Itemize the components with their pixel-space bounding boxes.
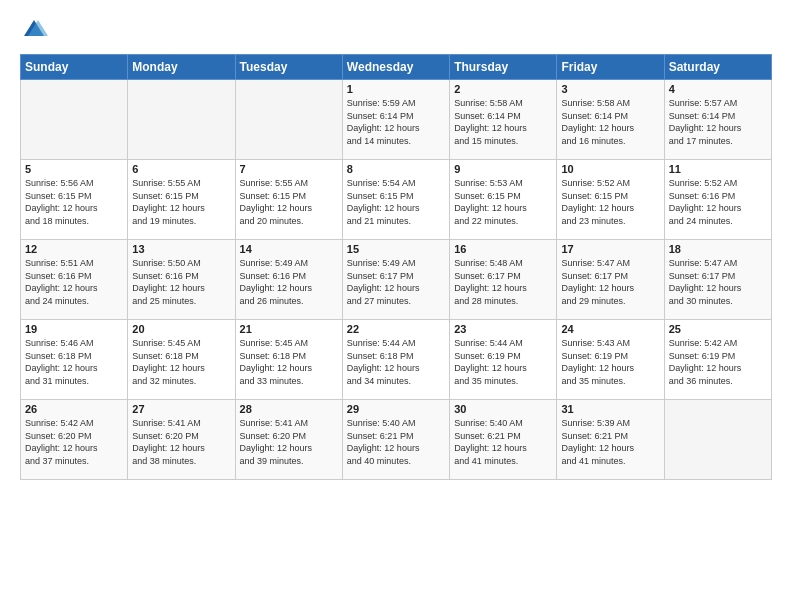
calendar-cell: 18Sunrise: 5:47 AM Sunset: 6:17 PM Dayli… <box>664 240 771 320</box>
calendar-cell: 31Sunrise: 5:39 AM Sunset: 6:21 PM Dayli… <box>557 400 664 480</box>
day-info: Sunrise: 5:58 AM Sunset: 6:14 PM Dayligh… <box>454 97 552 147</box>
day-number: 5 <box>25 163 123 175</box>
day-number: 10 <box>561 163 659 175</box>
calendar-cell <box>21 80 128 160</box>
calendar-cell: 6Sunrise: 5:55 AM Sunset: 6:15 PM Daylig… <box>128 160 235 240</box>
calendar-cell: 4Sunrise: 5:57 AM Sunset: 6:14 PM Daylig… <box>664 80 771 160</box>
calendar-week-5: 26Sunrise: 5:42 AM Sunset: 6:20 PM Dayli… <box>21 400 772 480</box>
logo <box>20 16 52 44</box>
day-number: 18 <box>669 243 767 255</box>
day-info: Sunrise: 5:48 AM Sunset: 6:17 PM Dayligh… <box>454 257 552 307</box>
day-number: 31 <box>561 403 659 415</box>
calendar-cell <box>128 80 235 160</box>
day-number: 4 <box>669 83 767 95</box>
day-info: Sunrise: 5:43 AM Sunset: 6:19 PM Dayligh… <box>561 337 659 387</box>
calendar-cell: 10Sunrise: 5:52 AM Sunset: 6:15 PM Dayli… <box>557 160 664 240</box>
calendar-cell: 29Sunrise: 5:40 AM Sunset: 6:21 PM Dayli… <box>342 400 449 480</box>
weekday-header-saturday: Saturday <box>664 55 771 80</box>
calendar-cell: 15Sunrise: 5:49 AM Sunset: 6:17 PM Dayli… <box>342 240 449 320</box>
day-number: 25 <box>669 323 767 335</box>
day-number: 27 <box>132 403 230 415</box>
day-number: 17 <box>561 243 659 255</box>
day-number: 28 <box>240 403 338 415</box>
day-number: 2 <box>454 83 552 95</box>
day-info: Sunrise: 5:54 AM Sunset: 6:15 PM Dayligh… <box>347 177 445 227</box>
calendar-cell: 25Sunrise: 5:42 AM Sunset: 6:19 PM Dayli… <box>664 320 771 400</box>
day-info: Sunrise: 5:58 AM Sunset: 6:14 PM Dayligh… <box>561 97 659 147</box>
calendar-cell: 24Sunrise: 5:43 AM Sunset: 6:19 PM Dayli… <box>557 320 664 400</box>
calendar-cell: 30Sunrise: 5:40 AM Sunset: 6:21 PM Dayli… <box>450 400 557 480</box>
weekday-header-thursday: Thursday <box>450 55 557 80</box>
day-info: Sunrise: 5:47 AM Sunset: 6:17 PM Dayligh… <box>669 257 767 307</box>
day-info: Sunrise: 5:46 AM Sunset: 6:18 PM Dayligh… <box>25 337 123 387</box>
day-info: Sunrise: 5:47 AM Sunset: 6:17 PM Dayligh… <box>561 257 659 307</box>
calendar-week-4: 19Sunrise: 5:46 AM Sunset: 6:18 PM Dayli… <box>21 320 772 400</box>
day-number: 16 <box>454 243 552 255</box>
day-number: 30 <box>454 403 552 415</box>
day-info: Sunrise: 5:45 AM Sunset: 6:18 PM Dayligh… <box>240 337 338 387</box>
calendar-cell: 3Sunrise: 5:58 AM Sunset: 6:14 PM Daylig… <box>557 80 664 160</box>
day-info: Sunrise: 5:55 AM Sunset: 6:15 PM Dayligh… <box>132 177 230 227</box>
day-info: Sunrise: 5:49 AM Sunset: 6:16 PM Dayligh… <box>240 257 338 307</box>
day-number: 20 <box>132 323 230 335</box>
logo-icon <box>20 16 48 44</box>
calendar-cell: 22Sunrise: 5:44 AM Sunset: 6:18 PM Dayli… <box>342 320 449 400</box>
day-info: Sunrise: 5:39 AM Sunset: 6:21 PM Dayligh… <box>561 417 659 467</box>
day-info: Sunrise: 5:42 AM Sunset: 6:20 PM Dayligh… <box>25 417 123 467</box>
calendar-cell <box>235 80 342 160</box>
calendar-cell: 16Sunrise: 5:48 AM Sunset: 6:17 PM Dayli… <box>450 240 557 320</box>
day-number: 11 <box>669 163 767 175</box>
day-number: 29 <box>347 403 445 415</box>
calendar-cell: 21Sunrise: 5:45 AM Sunset: 6:18 PM Dayli… <box>235 320 342 400</box>
weekday-header-wednesday: Wednesday <box>342 55 449 80</box>
calendar-cell: 14Sunrise: 5:49 AM Sunset: 6:16 PM Dayli… <box>235 240 342 320</box>
day-info: Sunrise: 5:55 AM Sunset: 6:15 PM Dayligh… <box>240 177 338 227</box>
day-info: Sunrise: 5:49 AM Sunset: 6:17 PM Dayligh… <box>347 257 445 307</box>
day-info: Sunrise: 5:44 AM Sunset: 6:19 PM Dayligh… <box>454 337 552 387</box>
calendar-cell: 23Sunrise: 5:44 AM Sunset: 6:19 PM Dayli… <box>450 320 557 400</box>
day-number: 13 <box>132 243 230 255</box>
day-number: 19 <box>25 323 123 335</box>
day-info: Sunrise: 5:45 AM Sunset: 6:18 PM Dayligh… <box>132 337 230 387</box>
day-number: 21 <box>240 323 338 335</box>
day-info: Sunrise: 5:50 AM Sunset: 6:16 PM Dayligh… <box>132 257 230 307</box>
day-number: 3 <box>561 83 659 95</box>
day-info: Sunrise: 5:52 AM Sunset: 6:16 PM Dayligh… <box>669 177 767 227</box>
calendar-cell: 5Sunrise: 5:56 AM Sunset: 6:15 PM Daylig… <box>21 160 128 240</box>
calendar-cell: 20Sunrise: 5:45 AM Sunset: 6:18 PM Dayli… <box>128 320 235 400</box>
day-info: Sunrise: 5:53 AM Sunset: 6:15 PM Dayligh… <box>454 177 552 227</box>
day-number: 14 <box>240 243 338 255</box>
calendar-cell: 8Sunrise: 5:54 AM Sunset: 6:15 PM Daylig… <box>342 160 449 240</box>
calendar-cell: 2Sunrise: 5:58 AM Sunset: 6:14 PM Daylig… <box>450 80 557 160</box>
calendar-week-3: 12Sunrise: 5:51 AM Sunset: 6:16 PM Dayli… <box>21 240 772 320</box>
page-header <box>20 16 772 44</box>
day-info: Sunrise: 5:42 AM Sunset: 6:19 PM Dayligh… <box>669 337 767 387</box>
calendar-cell: 17Sunrise: 5:47 AM Sunset: 6:17 PM Dayli… <box>557 240 664 320</box>
calendar-cell: 1Sunrise: 5:59 AM Sunset: 6:14 PM Daylig… <box>342 80 449 160</box>
day-info: Sunrise: 5:51 AM Sunset: 6:16 PM Dayligh… <box>25 257 123 307</box>
day-number: 8 <box>347 163 445 175</box>
day-info: Sunrise: 5:52 AM Sunset: 6:15 PM Dayligh… <box>561 177 659 227</box>
weekday-header-monday: Monday <box>128 55 235 80</box>
day-number: 26 <box>25 403 123 415</box>
calendar-cell: 7Sunrise: 5:55 AM Sunset: 6:15 PM Daylig… <box>235 160 342 240</box>
calendar-week-1: 1Sunrise: 5:59 AM Sunset: 6:14 PM Daylig… <box>21 80 772 160</box>
calendar-cell: 12Sunrise: 5:51 AM Sunset: 6:16 PM Dayli… <box>21 240 128 320</box>
weekday-header-tuesday: Tuesday <box>235 55 342 80</box>
calendar-week-2: 5Sunrise: 5:56 AM Sunset: 6:15 PM Daylig… <box>21 160 772 240</box>
calendar-header-row: SundayMondayTuesdayWednesdayThursdayFrid… <box>21 55 772 80</box>
day-number: 12 <box>25 243 123 255</box>
calendar-cell: 19Sunrise: 5:46 AM Sunset: 6:18 PM Dayli… <box>21 320 128 400</box>
day-number: 22 <box>347 323 445 335</box>
weekday-header-sunday: Sunday <box>21 55 128 80</box>
day-info: Sunrise: 5:56 AM Sunset: 6:15 PM Dayligh… <box>25 177 123 227</box>
day-info: Sunrise: 5:40 AM Sunset: 6:21 PM Dayligh… <box>454 417 552 467</box>
calendar-cell: 28Sunrise: 5:41 AM Sunset: 6:20 PM Dayli… <box>235 400 342 480</box>
day-info: Sunrise: 5:41 AM Sunset: 6:20 PM Dayligh… <box>240 417 338 467</box>
calendar-cell: 13Sunrise: 5:50 AM Sunset: 6:16 PM Dayli… <box>128 240 235 320</box>
day-info: Sunrise: 5:59 AM Sunset: 6:14 PM Dayligh… <box>347 97 445 147</box>
day-info: Sunrise: 5:41 AM Sunset: 6:20 PM Dayligh… <box>132 417 230 467</box>
calendar-table: SundayMondayTuesdayWednesdayThursdayFrid… <box>20 54 772 480</box>
day-number: 7 <box>240 163 338 175</box>
day-number: 15 <box>347 243 445 255</box>
